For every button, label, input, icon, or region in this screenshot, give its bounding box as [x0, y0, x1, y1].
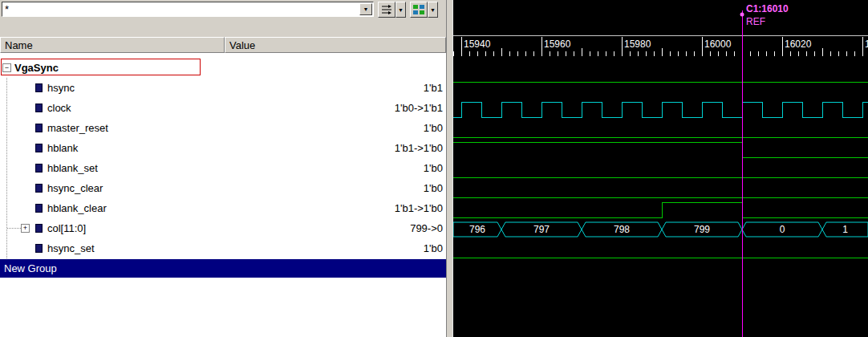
display-options-icon — [413, 5, 424, 14]
wave-clock — [453, 102, 868, 117]
svg-text:15980: 15980 — [624, 39, 651, 50]
cursor-handle-icon[interactable] — [740, 13, 744, 17]
value-column-header[interactable]: Value — [225, 37, 446, 53]
signal-name: master_reset — [47, 122, 108, 134]
signal-icon — [35, 124, 43, 132]
svg-text:797: 797 — [533, 224, 550, 235]
column-headers: Name Value — [0, 37, 446, 53]
tree-row-hsync-clear[interactable]: hsync_clear 1'b0 — [0, 178, 446, 198]
tree-row-hblank[interactable]: hblank 1'b1->1'b0 — [0, 138, 446, 158]
wave-hblank_clear — [453, 202, 868, 217]
ruler-top-edge — [453, 35, 868, 36]
tree-row-hsync-set[interactable]: hsync_set 1'b0 — [0, 238, 446, 258]
svg-text:798: 798 — [614, 224, 630, 235]
signal-icon — [35, 204, 43, 213]
panel-splitter[interactable] — [447, 0, 452, 337]
signal-name: col[11:0] — [47, 222, 86, 234]
tree-row-new-group[interactable]: New Group — [0, 259, 446, 278]
signal-icon — [35, 244, 43, 253]
signal-name: hblank_clear — [47, 202, 107, 214]
svg-text:799: 799 — [694, 224, 710, 235]
svg-text:0: 0 — [780, 224, 785, 235]
svg-text:16020: 16020 — [785, 39, 812, 50]
signal-value: 1'b0 — [225, 122, 446, 134]
group-name: VgaSync — [14, 62, 59, 74]
display-options-button-group: ▼ — [410, 2, 438, 18]
svg-text:16040: 16040 — [865, 39, 868, 50]
signal-name: hsync_clear — [47, 182, 103, 194]
signal-icon — [35, 83, 43, 92]
tree-row-hblank-clear[interactable]: hblank_clear 1'b1->1'b0 — [0, 198, 446, 218]
signal-value: 1'b0 — [225, 162, 446, 174]
filter-dropdown-arrow-icon[interactable]: ▼ — [359, 3, 372, 15]
signal-flow-dropdown-arrow-icon[interactable]: ▼ — [395, 2, 406, 18]
signal-value: 1'b1 — [225, 82, 446, 94]
signal-flow-icon — [381, 5, 392, 14]
signal-name: clock — [47, 102, 71, 114]
collapse-expander-icon[interactable]: − — [2, 63, 11, 72]
filter-value: * — [2, 3, 359, 15]
filter-combobox[interactable]: * ▼ — [2, 2, 374, 17]
svg-text:15940: 15940 — [464, 39, 491, 50]
svg-text:15960: 15960 — [544, 39, 571, 50]
signal-tree: − VgaSync hsync 1'b1 clock 1'b0->1'b1 ma… — [0, 53, 446, 337]
name-column-header[interactable]: Name — [0, 37, 225, 53]
svg-text:16000: 16000 — [704, 39, 732, 50]
signal-icon — [35, 144, 43, 152]
signal-value: 1'b0->1'b1 — [225, 102, 446, 114]
signal-name: hsync_set — [47, 242, 95, 254]
tree-row-hsync[interactable]: hsync 1'b1 — [0, 78, 446, 98]
expand-expander-icon[interactable]: + — [21, 224, 30, 233]
signal-toolbar: * ▼ ▼ — [0, 0, 446, 21]
cursor-c1[interactable]: C1:16010REF — [740, 3, 789, 337]
signal-value: 1'b0 — [225, 242, 446, 254]
signal-value: 1'b1->1'b0 — [225, 142, 446, 154]
timeline-ruler[interactable]: 159401596015980160001602016040 — [453, 37, 868, 56]
waveform-viewer-window: * ▼ ▼ — [0, 0, 868, 337]
tree-row-hblank-set[interactable]: hblank_set 1'b0 — [0, 158, 446, 178]
svg-text:1: 1 — [842, 224, 848, 235]
waveform-canvas[interactable]: 1594015960159801600016020160407967977987… — [453, 0, 868, 337]
signal-name: hblank — [47, 142, 78, 154]
tree-row-col[interactable]: + col[11:0] 799->0 — [0, 218, 446, 238]
cursor-time-label: C1:16010 — [746, 3, 789, 14]
signal-icon — [35, 184, 43, 193]
tree-row-vgasync[interactable]: − VgaSync — [0, 58, 446, 78]
signal-flow-button-group: ▼ — [378, 2, 406, 18]
signal-icon — [35, 104, 43, 112]
signal-name: hsync — [47, 82, 75, 94]
signal-name: hblank_set — [47, 162, 98, 174]
signal-value: 799->0 — [225, 222, 446, 234]
tree-rows: − VgaSync hsync 1'b1 clock 1'b0->1'b1 ma… — [0, 58, 446, 278]
signal-flow-button[interactable] — [378, 2, 395, 18]
new-group-label: New Group — [4, 262, 57, 274]
cursor-ref-label: REF — [746, 16, 765, 27]
tree-row-master-reset[interactable]: master_reset 1'b0 — [0, 118, 446, 138]
wave-col: 79679779879901 — [453, 222, 868, 237]
tree-row-clock[interactable]: clock 1'b0->1'b1 — [0, 98, 446, 118]
display-options-button[interactable] — [410, 2, 428, 18]
signal-icon — [35, 224, 43, 233]
waveform-panel: 1594015960159801600016020160407967977987… — [452, 0, 868, 337]
wave-hblank — [453, 142, 868, 157]
tree-guide-stub — [7, 228, 21, 229]
svg-text:796: 796 — [469, 224, 485, 235]
display-options-dropdown-arrow-icon[interactable]: ▼ — [428, 2, 438, 18]
signal-value: 1'b1->1'b0 — [225, 202, 446, 214]
signal-value: 1'b0 — [225, 182, 446, 194]
signal-browser-panel: * ▼ ▼ — [0, 0, 447, 337]
signal-icon — [35, 164, 43, 173]
